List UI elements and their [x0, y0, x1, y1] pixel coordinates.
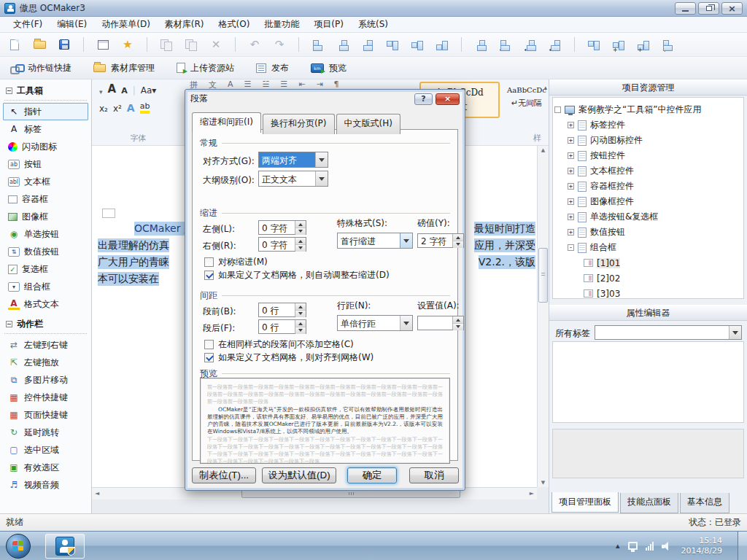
menu-item[interactable]: 系统(S) — [351, 16, 395, 33]
spinner-buttons[interactable] — [295, 238, 306, 251]
dropdown-button[interactable] — [400, 316, 412, 330]
decrease-horizontal-spacing-button[interactable]: ↔ — [545, 35, 565, 54]
auto-right-indent-checkbox[interactable]: 如果定义了文档网格，则自动调整右缩进(D) — [204, 269, 390, 281]
menu-item[interactable]: 编辑(E) — [50, 16, 94, 33]
toolbox-item[interactable]: ⇅数值按钮 — [0, 243, 91, 260]
dialog-titlebar[interactable]: 段落 ? × — [185, 90, 465, 106]
indent-left-spinner[interactable]: 0 字符 — [258, 220, 306, 235]
text-effects-button[interactable]: A — [127, 102, 135, 114]
tree-node[interactable]: + 标签控件 — [554, 117, 742, 133]
ribbon-mini-icon[interactable]: ☰ — [280, 79, 287, 89]
form-view-button[interactable] — [93, 35, 113, 54]
toolbox-item[interactable]: A标签 — [0, 120, 91, 138]
tree-node[interactable]: + 文本框控件 — [554, 163, 742, 179]
toolbox-item[interactable]: A格式文本 — [0, 295, 91, 313]
action-chain-shortcut-button[interactable]: 动作链快捷 — [10, 62, 71, 74]
actionbar-item[interactable]: ▦页面快捷键 — [0, 406, 91, 424]
redo-button[interactable]: ↷ — [269, 35, 290, 54]
spinner-buttons[interactable] — [452, 234, 463, 247]
tree-expand-icon[interactable]: + — [568, 214, 574, 220]
subscript-button[interactable]: x₂ — [99, 104, 108, 114]
dropdown-button[interactable] — [400, 233, 412, 248]
tab-asian-typography[interactable]: 中文版式(H) — [336, 114, 400, 134]
tree-node[interactable]: + 容器框控件 — [554, 179, 742, 194]
favorites-button[interactable]: ★ — [117, 35, 138, 54]
toolbox-section-header[interactable]: 工具箱 — [0, 79, 91, 100]
scroll-left-icon[interactable]: ◄ — [95, 490, 99, 497]
close-button[interactable]: × — [721, 2, 743, 15]
snap-to-grid-checkbox[interactable]: 如果定义了文档网格，则对齐到网格(W) — [204, 351, 374, 364]
tree-expand-icon[interactable]: + — [568, 183, 574, 190]
toolbox-item[interactable]: ▢容器框 — [0, 190, 91, 208]
tree-expand-icon[interactable]: + — [568, 122, 574, 128]
tree-expand-icon[interactable]: - — [568, 244, 574, 251]
highlight-color-button[interactable]: ab — [140, 101, 150, 114]
actionbar-item[interactable]: ♬视频音频 — [0, 476, 91, 494]
open-button[interactable] — [29, 35, 50, 54]
ribbon-mini-icon[interactable]: ☱ — [262, 79, 269, 89]
show-desktop-button[interactable] — [738, 532, 747, 560]
space-before-spinner[interactable]: 0 行 — [258, 303, 306, 317]
indent-right-spinner[interactable]: 0 字符 — [258, 237, 306, 252]
tree-expand-icon[interactable]: + — [568, 168, 574, 174]
actionbar-item[interactable]: ▢选中区域 — [0, 441, 91, 459]
spinner-buttons[interactable] — [295, 303, 306, 316]
taskbar-clock[interactable]: 15:14 2014/8/29 — [681, 536, 722, 556]
signal-strength-icon[interactable] — [646, 542, 654, 551]
distribute-vertical-button[interactable] — [584, 35, 604, 54]
tree-collapse-icon[interactable] — [554, 106, 561, 113]
restore-button[interactable] — [698, 2, 719, 15]
tree-node[interactable]: + 数值按钮 — [554, 225, 742, 240]
align-center-horizontal-button[interactable] — [333, 35, 353, 54]
align-left-button[interactable] — [308, 35, 328, 54]
dropdown-button[interactable] — [315, 152, 328, 167]
ribbon-mini-icon[interactable]: ⇥ — [316, 79, 322, 89]
scroll-down-icon[interactable]: ▼ — [538, 480, 549, 486]
dialog-help-button[interactable]: ? — [414, 93, 433, 105]
ribbon-mini-icon[interactable]: ⇤ — [298, 79, 305, 89]
actionbar-item[interactable]: ↻延时跳转 — [0, 424, 91, 441]
vertical-scrollbar[interactable]: ▲ ▼ — [537, 146, 549, 487]
ribbon-mini-icon[interactable]: 文 — [209, 79, 217, 89]
material-library-button[interactable]: 素材库管理 — [93, 62, 155, 74]
set-default-button[interactable]: 设为默认值(D) — [262, 467, 336, 483]
menu-item[interactable]: 动作菜单(D) — [94, 16, 158, 33]
actionbar-item[interactable]: ⧉多图片移动 — [0, 371, 91, 389]
space-after-spinner[interactable]: 0 行 — [258, 319, 306, 334]
vertical-scrollbar-thumb[interactable] — [538, 248, 548, 303]
tabs-button[interactable]: 制表位(T)... — [192, 467, 256, 483]
special-format-combobox[interactable]: 首行缩进 — [337, 233, 413, 249]
scroll-up-icon[interactable]: ▲ — [538, 147, 549, 153]
actionbar-item[interactable]: ▦控件快捷键 — [0, 389, 91, 406]
toolbox-item[interactable]: ▾组合框 — [0, 278, 91, 295]
ribbon-mini-icon[interactable]: 拼 — [190, 79, 198, 89]
tree-expand-icon[interactable]: + — [568, 152, 574, 159]
undo-button[interactable]: ↶ — [244, 35, 265, 54]
align-right-button[interactable] — [357, 35, 378, 54]
dialog-close-button[interactable]: × — [436, 93, 460, 105]
network-status-icon[interactable] — [628, 542, 638, 550]
ok-button[interactable]: 确定 — [347, 467, 397, 483]
tab-indents-spacing[interactable]: 缩进和间距(I) — [192, 112, 261, 133]
ribbon-mini-icon[interactable]: ¶ — [334, 79, 339, 89]
dropdown-button[interactable] — [315, 171, 328, 186]
increase-vertical-spacing-button[interactable]: + — [633, 35, 654, 54]
ribbon-mini-icon[interactable]: ☰ — [244, 79, 252, 89]
align-bottom-button[interactable] — [432, 35, 452, 54]
grow-font-button[interactable]: A — [108, 82, 117, 96]
menu-item[interactable]: 批量功能 — [257, 16, 306, 33]
tree-expand-icon[interactable]: + — [568, 137, 574, 144]
spinner-buttons[interactable] — [295, 320, 306, 333]
toolbox-item[interactable]: ◉单选按钮 — [0, 225, 91, 243]
change-case-button[interactable]: Aa▾ — [141, 85, 157, 96]
tree-expand-icon[interactable]: + — [568, 229, 574, 236]
delete-button[interactable]: ✕ — [206, 35, 226, 54]
tree-expand-icon[interactable]: + — [568, 198, 574, 205]
taskbar-app-button[interactable] — [45, 534, 85, 559]
align-top-button[interactable] — [382, 35, 403, 54]
property-list-box[interactable] — [552, 341, 744, 423]
actionbar-section-header[interactable]: 动作栏 — [0, 313, 91, 333]
by-spinner[interactable]: 2 字符 — [417, 233, 464, 248]
tree-node[interactable]: + 按钮控件 — [554, 148, 742, 163]
menu-item[interactable]: 项目(P) — [306, 16, 351, 33]
